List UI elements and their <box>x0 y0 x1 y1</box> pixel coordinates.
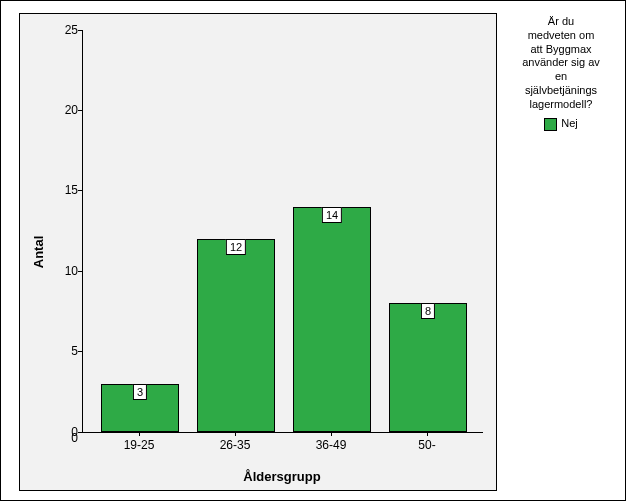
bar-value-label: 12 <box>226 239 246 255</box>
y-tick-label: 25 <box>38 23 78 37</box>
x-axis-title: Åldersgrupp <box>82 469 482 484</box>
x-tick-label: 50- <box>418 438 435 452</box>
bar-36-49: 14 <box>293 207 371 432</box>
y-tick-label: 15 <box>38 183 78 197</box>
chart-panel: Antal 0 5 10 15 20 25 0 3 <box>19 13 497 491</box>
legend-item-label: Nej <box>561 117 578 131</box>
y-tick-label: 20 <box>38 103 78 117</box>
bar-50-plus: 8 <box>389 303 467 432</box>
bar-19-25: 3 <box>101 384 179 432</box>
bar-26-35: 12 <box>197 239 275 432</box>
bar-value-label: 8 <box>421 303 435 319</box>
x-tick-label: 26-35 <box>220 438 251 452</box>
legend-title: Är dumedveten omatt Byggmaxanvänder sig … <box>505 15 617 111</box>
x-tick-mark <box>139 432 140 436</box>
x-tick-label: 36-49 <box>316 438 347 452</box>
legend: Är dumedveten omatt Byggmaxanvänder sig … <box>505 15 617 131</box>
plot-area: 3 12 14 8 <box>82 30 483 433</box>
y-tick-label: 10 <box>38 264 78 278</box>
x-tick-mark <box>427 432 428 436</box>
chart-container: Antal 0 5 10 15 20 25 0 3 <box>0 0 626 501</box>
x-tick-mark <box>331 432 332 436</box>
y-tick-label: 5 <box>38 344 78 358</box>
bar-value-label: 3 <box>133 384 147 400</box>
y-tick-label-zero: 0 <box>38 425 78 439</box>
legend-swatch-icon <box>544 118 557 131</box>
bar-value-label: 14 <box>322 207 342 223</box>
x-tick-label: 19-25 <box>124 438 155 452</box>
legend-item: Nej <box>505 117 617 131</box>
x-tick-mark <box>235 432 236 436</box>
